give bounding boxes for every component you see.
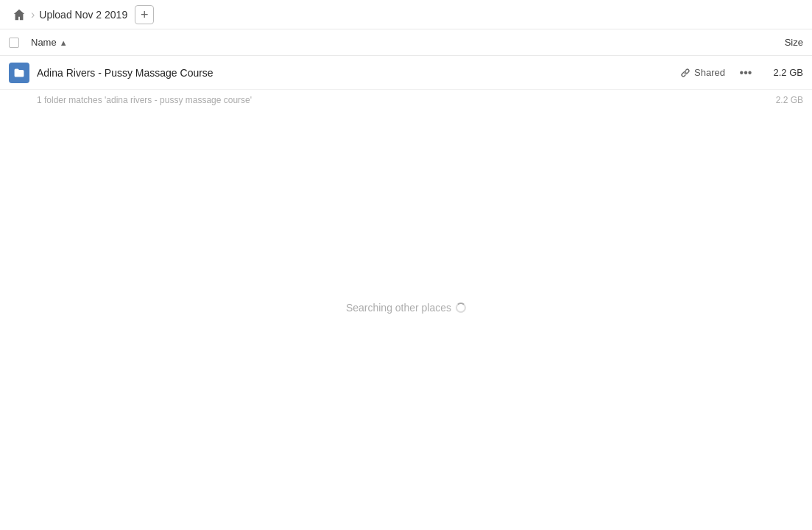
table-header: Name ▲ Size (0, 29, 812, 56)
size-column-header[interactable]: Size (785, 37, 803, 48)
breadcrumb-title: Upload Nov 2 2019 (39, 9, 127, 21)
folder-svg-icon (13, 67, 25, 79)
link-icon (680, 68, 691, 78)
shared-badge: Shared (680, 67, 725, 78)
match-info-row: 1 folder matches 'adina rivers - pussy m… (0, 90, 812, 110)
loading-spinner (456, 303, 466, 313)
match-size: 2.2 GB (766, 95, 803, 105)
breadcrumb-bar: › Upload Nov 2 2019 + (0, 0, 812, 29)
match-text: 1 folder matches 'adina rivers - pussy m… (37, 95, 766, 105)
more-options-button[interactable]: ••• (737, 64, 755, 82)
shared-label: Shared (694, 67, 725, 78)
name-header-label: Name (31, 37, 57, 48)
add-button[interactable]: + (135, 5, 154, 24)
searching-section: Searching other places (0, 302, 812, 314)
folder-icon (9, 63, 29, 83)
file-icon-wrap (9, 63, 31, 83)
breadcrumb-separator: › (31, 8, 35, 21)
sort-arrow-icon: ▲ (60, 38, 68, 47)
file-size: 2.2 GB (766, 67, 803, 78)
select-all-checkbox-cell[interactable] (9, 38, 31, 48)
searching-text: Searching other places (346, 302, 451, 314)
home-button[interactable] (9, 4, 29, 25)
name-column-header[interactable]: Name ▲ (31, 37, 68, 48)
select-all-checkbox[interactable] (9, 38, 19, 48)
home-icon (13, 8, 26, 21)
table-row[interactable]: Adina Rivers - Pussy Massage Course Shar… (0, 56, 812, 90)
file-name: Adina Rivers - Pussy Massage Course (37, 67, 680, 79)
